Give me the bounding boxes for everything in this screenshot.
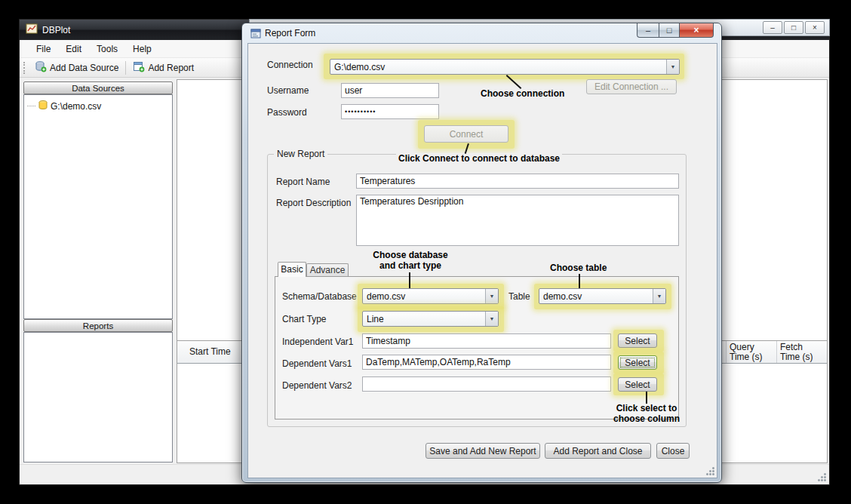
chevron-down-icon[interactable]: ▼ <box>485 312 498 326</box>
menu-file[interactable]: File <box>29 41 58 57</box>
username-input[interactable] <box>341 83 439 98</box>
table-combobox[interactable]: demo.csv ▼ <box>539 288 666 304</box>
select-dependent-vars1-button[interactable]: Select <box>618 355 657 370</box>
menu-tools[interactable]: Tools <box>89 41 125 57</box>
annotation-click-connect: Click Connect to connect to database <box>396 153 562 164</box>
close-icon[interactable]: × <box>680 23 714 38</box>
report-description-input[interactable]: Temperatures Desripption <box>356 195 679 246</box>
menu-edit[interactable]: Edit <box>58 41 89 57</box>
background-maximize-icon[interactable]: □ <box>784 21 803 34</box>
reports-header: Reports <box>23 319 173 332</box>
tree-item-label: G:\demo.csv <box>51 101 101 112</box>
annotation-choose-connection: Choose connection <box>481 88 564 99</box>
reports-panel <box>23 332 173 463</box>
reports-header-label: Reports <box>83 321 113 330</box>
dialog-client-area: Connection G:\demo.csv ▼ Username Edit C… <box>247 43 717 478</box>
app-icon <box>26 23 38 38</box>
chevron-down-icon[interactable]: ▼ <box>666 60 679 74</box>
password-input[interactable] <box>341 104 439 119</box>
save-and-add-new-report-button[interactable]: Save and Add New Report <box>426 443 540 459</box>
report-name-label: Report Name <box>276 177 330 187</box>
chevron-down-icon[interactable]: ▼ <box>653 289 665 303</box>
dialog-resize-grip[interactable] <box>705 466 715 476</box>
add-report-label: Add Report <box>148 63 194 73</box>
resize-grip[interactable] <box>817 472 827 482</box>
connection-combobox[interactable]: G:\demo.csv ▼ <box>330 59 680 75</box>
close-button[interactable]: Close <box>656 443 690 459</box>
data-sources-panel: G:\demo.csv <box>23 94 173 319</box>
dialog-caption-buttons: – □ × <box>637 23 714 38</box>
independent-var1-label: Independent Var1 <box>282 337 354 347</box>
background-close-icon[interactable]: × <box>805 21 825 34</box>
annotation-choose-database: Choose database and chart type <box>361 250 459 271</box>
add-report-and-close-button[interactable]: Add Report and Close <box>545 443 651 459</box>
report-form-dialog: Report Form – □ × Connection G:\demo.csv… <box>241 23 722 483</box>
menu-help[interactable]: Help <box>125 41 159 57</box>
annotation-choose-table: Choose table <box>550 263 607 273</box>
report-description-label: Report Description <box>276 198 351 208</box>
table-label: Table <box>508 291 530 302</box>
maximize-icon[interactable]: □ <box>659 23 680 38</box>
report-name-input[interactable] <box>356 174 679 189</box>
table-combobox-value: demo.csv <box>539 289 653 303</box>
database-icon <box>38 100 48 112</box>
independent-var1-input[interactable] <box>362 333 611 349</box>
background-minimize-icon[interactable]: – <box>763 21 782 34</box>
connection-combobox-value: G:\demo.csv <box>330 60 666 74</box>
dialog-icon <box>250 28 262 42</box>
minimize-icon[interactable]: – <box>637 23 659 38</box>
schema-label: Schema/Database <box>282 291 357 302</box>
annotation-click-select: Click select to choose column <box>604 403 689 424</box>
tree-item-datasource[interactable]: G:\demo.csv <box>27 100 101 112</box>
data-sources-header: Data Sources <box>23 81 173 94</box>
dependent-vars2-input[interactable] <box>362 376 611 392</box>
password-label: Password <box>267 107 307 118</box>
select-dependent-vars2-button[interactable]: Select <box>618 377 657 392</box>
schema-combobox-value: demo.csv <box>363 289 485 303</box>
dependent-vars2-label: Dependent Vars2 <box>282 380 352 391</box>
leader-line-choose-table <box>579 274 580 288</box>
dependent-vars1-label: Dependent Vars1 <box>282 358 352 369</box>
connect-button[interactable]: Connect <box>424 125 508 143</box>
add-data-source-icon <box>35 60 47 75</box>
tab-advance[interactable]: Advance <box>306 263 349 277</box>
select-independent-var1-button[interactable]: Select <box>618 333 657 348</box>
add-data-source-label: Add Data Source <box>50 63 118 73</box>
dialog-title: Report Form <box>265 28 315 38</box>
new-report-group-label: New Report <box>274 149 327 159</box>
dependent-vars1-input[interactable] <box>362 355 611 370</box>
add-data-source-button[interactable]: Add Data Source <box>30 59 123 76</box>
chart-type-combobox[interactable]: Line ▼ <box>362 311 499 327</box>
chevron-down-icon[interactable]: ▼ <box>485 289 498 303</box>
connection-label: Connection <box>267 60 313 70</box>
add-report-icon <box>133 60 145 75</box>
leader-line-click-select <box>646 392 647 404</box>
leader-line-choose-database <box>409 272 410 288</box>
chart-type-label: Chart Type <box>282 314 326 324</box>
username-label: Username <box>267 85 309 96</box>
grid-column-fetch-time[interactable]: Fetch Time (s) <box>777 341 827 363</box>
edit-connection-button[interactable]: Edit Connection ... <box>586 79 677 94</box>
data-sources-header-label: Data Sources <box>72 84 124 93</box>
add-report-button[interactable]: Add Report <box>128 59 198 76</box>
schema-combobox[interactable]: demo.csv ▼ <box>362 288 499 304</box>
desktop: DBPlot File Edit Tools Help Add Data Sou… <box>0 0 851 504</box>
chart-type-combobox-value: Line <box>363 312 485 326</box>
main-window-title: DBPlot <box>42 25 70 35</box>
toolbar-separator <box>125 61 126 75</box>
grid-column-query-time[interactable]: Query Time (s) <box>726 341 777 363</box>
toolbar-grip <box>23 62 26 74</box>
tree-connector <box>27 106 35 106</box>
tab-basic[interactable]: Basic <box>278 262 306 277</box>
